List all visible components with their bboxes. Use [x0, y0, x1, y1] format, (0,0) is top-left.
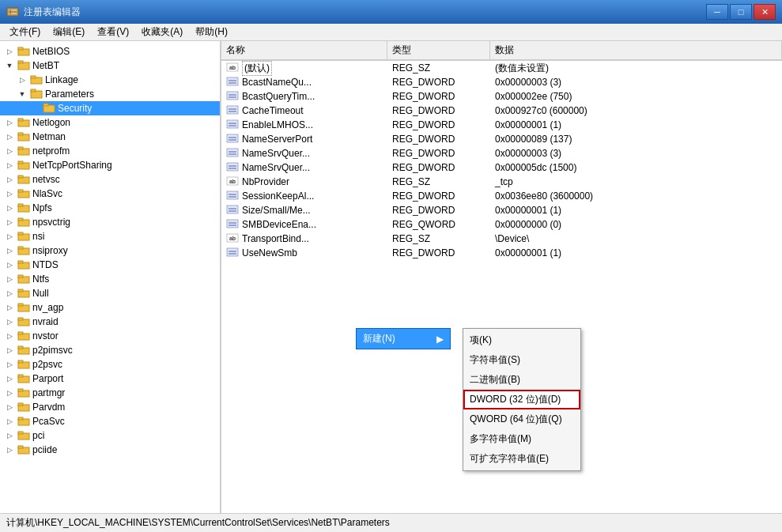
reg-table-row[interactable]: SMBDeviceEna...REG_QWORD0x00000000 (0) [221, 217, 782, 232]
tree-expand-icon[interactable]: ▷ [3, 173, 16, 186]
folder-icon [30, 89, 43, 100]
reg-table-row[interactable]: NameSrvQuer...REG_DWORD0x00000003 (3) [221, 146, 782, 160]
tree-expand-icon[interactable]: ▷ [3, 159, 16, 172]
tree-item[interactable]: ▷NetTcpPortSharing [0, 158, 220, 172]
tree-item[interactable]: ▷PcaSvc [0, 414, 220, 428]
tree-expand-icon[interactable]: ▷ [3, 429, 16, 442]
tree-expand-icon[interactable]: ▷ [3, 387, 16, 399]
tree-expand-icon[interactable]: ▷ [3, 202, 16, 214]
tree-expand-icon[interactable]: ▷ [3, 415, 16, 428]
reg-table-row[interactable]: NameSrvQuer...REG_DWORD0x000005dc (1500) [221, 160, 782, 175]
tree-item[interactable]: ▷nsiproxy [0, 243, 220, 258]
submenu-item[interactable]: 可扩充字符串值(E) [463, 449, 580, 469]
tree-expand-icon[interactable]: ▷ [3, 301, 16, 314]
tree-expand-icon[interactable]: ▷ [3, 443, 16, 456]
tree-item[interactable]: ▷NetBIOS [0, 44, 220, 58]
tree-expand-icon[interactable]: ▷ [3, 187, 16, 200]
menu-edit[interactable]: 编辑(E) [47, 24, 91, 40]
reg-table-row[interactable]: UseNewSmbREG_DWORD0x00000001 (1) [221, 246, 782, 260]
menu-help[interactable]: 帮助(H) [189, 24, 234, 40]
tree-expand-icon[interactable]: ▷ [3, 258, 16, 271]
tree-item[interactable]: ▷nv_agp [0, 300, 220, 315]
maximize-button[interactable]: □ [730, 4, 752, 20]
tree-item[interactable]: ▷partmgr [0, 386, 220, 400]
tree-expand-icon[interactable]: ▷ [3, 45, 16, 58]
tree-expand-icon[interactable]: ▷ [3, 330, 16, 342]
new-button[interactable]: 新建(N)▶ [356, 328, 451, 349]
menu-view[interactable]: 查看(V) [91, 24, 135, 40]
tree-expand-icon[interactable] [28, 102, 41, 115]
close-button[interactable]: ✕ [754, 4, 776, 20]
tree-expand-icon[interactable]: ▷ [3, 401, 16, 413]
submenu-item[interactable]: 多字符串值(M) [463, 429, 580, 449]
tree-item[interactable]: ▷Linkage [0, 73, 220, 87]
tree-item-label: Linkage [45, 74, 78, 85]
reg-table-row[interactable]: BcastQueryTim...REG_DWORD0x000002ee (750… [221, 89, 782, 104]
submenu-item[interactable]: QWORD (64 位)值(Q) [463, 409, 580, 429]
tree-expand-icon[interactable]: ▷ [3, 315, 16, 328]
submenu-item[interactable]: 二进制值(B) [463, 370, 580, 390]
tree-item[interactable]: ▷p2pimsvc [0, 343, 220, 357]
reg-table-row[interactable]: ab(默认)REG_SZ(数值未设置) [221, 61, 782, 75]
submenu-item[interactable]: 项(K) [463, 330, 580, 350]
tree-item[interactable]: ▷Netman [0, 130, 220, 144]
tree-item[interactable]: ▷pci [0, 428, 220, 443]
tree-item[interactable]: ▷NTDS [0, 258, 220, 272]
tree-item-label: pciide [32, 444, 57, 455]
reg-table-row[interactable]: abTransportBind...REG_SZ\Device\ [221, 232, 782, 246]
tree-item[interactable]: ▷Parport [0, 372, 220, 386]
tree-item[interactable]: ▷NlaSvc [0, 187, 220, 201]
tree-item[interactable]: ▷nvstor [0, 329, 220, 343]
reg-table-row[interactable]: EnableLMHOS...REG_DWORD0x00000001 (1) [221, 118, 782, 132]
tree-expand-icon[interactable]: ▷ [3, 216, 16, 228]
svg-rect-90 [227, 206, 238, 213]
submenu-item[interactable]: 字符串值(S) [463, 350, 580, 370]
menu-favorites[interactable]: 收藏夹(A) [135, 24, 189, 40]
tree-item[interactable]: ▷nsi [0, 229, 220, 243]
reg-table-row[interactable]: Size/Small/Me...REG_DWORD0x00000001 (1) [221, 203, 782, 217]
dword-value-icon [226, 190, 239, 203]
reg-table-row[interactable]: BcastNameQu...REG_DWORD0x00000003 (3) [221, 75, 782, 89]
tree-item-label: nv_agp [32, 302, 63, 313]
tree-item[interactable]: ▷pciide [0, 443, 220, 457]
col-header-data[interactable]: 数据 [490, 41, 782, 59]
tree-expand-icon[interactable]: ▷ [3, 145, 16, 157]
tree-expand-icon[interactable]: ▷ [3, 130, 16, 143]
tree-item[interactable]: ▼NetBT [0, 58, 220, 73]
tree-item[interactable]: ▼Parameters [0, 87, 220, 101]
tree-item[interactable]: ▷netvsc [0, 172, 220, 187]
tree-expand-icon[interactable]: ▼ [3, 59, 16, 72]
reg-table-row[interactable]: NameServerPortREG_DWORD0x00000089 (137) [221, 132, 782, 146]
tree-item[interactable]: ▷npsvctrig [0, 215, 220, 229]
tree-item[interactable]: ▷Npfs [0, 201, 220, 215]
reg-table-row[interactable]: abNbProviderREG_SZ_tcp [221, 175, 782, 189]
tree-item[interactable]: ▷Null [0, 286, 220, 300]
tree-item[interactable]: ▷Ntfs [0, 272, 220, 286]
tree-expand-icon[interactable]: ▼ [16, 88, 28, 100]
folder-icon [17, 373, 30, 384]
tree-item[interactable]: ▷nvraid [0, 315, 220, 329]
reg-cell-name: EnableLMHOS... [221, 118, 387, 133]
reg-table-row[interactable]: CacheTimeoutREG_DWORD0x000927c0 (600000) [221, 104, 782, 118]
tree-expand-icon[interactable]: ▷ [3, 273, 16, 285]
col-header-name[interactable]: 名称 [221, 41, 387, 59]
left-panel[interactable]: ▷NetBIOS▼NetBT▷Linkage▼ParametersSecurit… [0, 41, 221, 513]
tree-expand-icon[interactable]: ▷ [3, 116, 16, 129]
tree-expand-icon[interactable]: ▷ [3, 358, 16, 371]
tree-expand-icon[interactable]: ▷ [3, 244, 16, 257]
tree-expand-icon[interactable]: ▷ [3, 344, 16, 357]
menu-file[interactable]: 文件(F) [3, 24, 47, 40]
tree-expand-icon[interactable]: ▷ [16, 74, 28, 86]
tree-item[interactable]: ▷p2psvc [0, 357, 220, 372]
reg-table-row[interactable]: SessionKeepAl...REG_DWORD0x0036ee80 (360… [221, 189, 782, 203]
tree-item[interactable]: ▷netprofm [0, 144, 220, 158]
col-header-type[interactable]: 类型 [387, 41, 490, 59]
tree-expand-icon[interactable]: ▷ [3, 230, 16, 243]
tree-item[interactable]: ▷Netlogon [0, 115, 220, 130]
tree-expand-icon[interactable]: ▷ [3, 287, 16, 300]
dword-submenu-item[interactable]: DWORD (32 位)值(D) [463, 390, 580, 409]
tree-item[interactable]: ▷Parvdm [0, 400, 220, 414]
minimize-button[interactable]: ─ [706, 4, 728, 20]
tree-expand-icon[interactable]: ▷ [3, 372, 16, 385]
tree-item[interactable]: Security [0, 101, 220, 115]
